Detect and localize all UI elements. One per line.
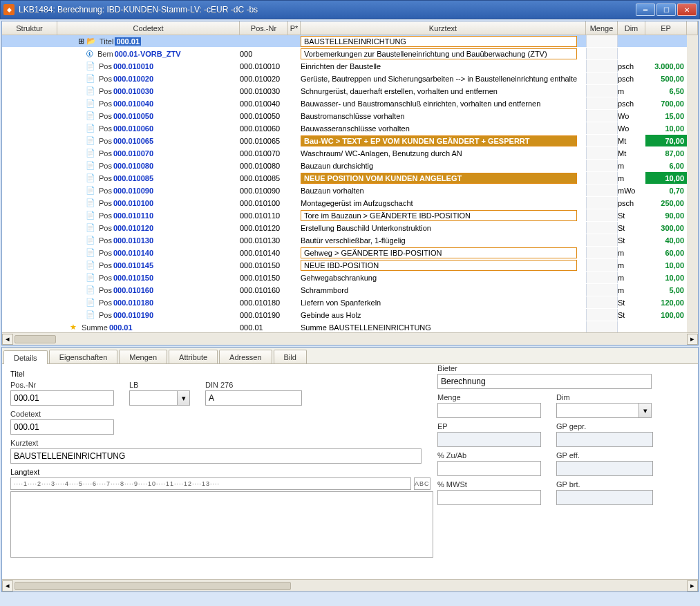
- kurztext-field[interactable]: [10, 448, 422, 464]
- table-row[interactable]: Bem 000.01-VORB_ZTV000Vorbemerkungen zur…: [2, 48, 698, 60]
- row-code-link[interactable]: 000.010110: [113, 211, 153, 220]
- row-code-link[interactable]: 000.010085: [113, 174, 153, 182]
- row-code-link[interactable]: 000.010070: [113, 149, 153, 158]
- scroll-thumb[interactable]: [15, 335, 56, 343]
- close-button[interactable]: ✕: [677, 3, 697, 16]
- dim-field[interactable]: [556, 403, 639, 418]
- table-row[interactable]: Pos 000.010020000.010020Gerüste, Bautrep…: [2, 73, 698, 85]
- spellcheck-button[interactable]: ABC: [414, 477, 431, 490]
- row-code-link[interactable]: 000.010160: [113, 286, 153, 294]
- row-ep: 10,00: [645, 172, 687, 184]
- pmwst-field[interactable]: [437, 490, 541, 505]
- table-row[interactable]: Pos 000.010050000.010050Baustromanschlüs…: [2, 110, 698, 122]
- row-kurztext: Waschraum/ WC-Anlagen, Benutzung durch A…: [301, 147, 586, 159]
- row-code-link[interactable]: 000.010100: [113, 199, 153, 207]
- table-row[interactable]: Pos 000.010080000.010080Bauzaun durchsic…: [2, 160, 698, 172]
- scroll-left-icon[interactable]: ◂: [2, 334, 13, 345]
- codetext-field[interactable]: [10, 419, 114, 435]
- table-row[interactable]: Pos 000.010160000.010160Schrammbordm5,00: [2, 284, 698, 296]
- table-row[interactable]: Pos 000.010100000.010100Montagegerüst im…: [2, 197, 698, 209]
- gpeff-field[interactable]: [556, 461, 653, 476]
- col-p[interactable]: P*: [288, 21, 301, 35]
- table-row[interactable]: Pos 000.010190000.010190Gebinde aus Holz…: [2, 309, 698, 321]
- row-code-link[interactable]: 000.010010: [113, 62, 153, 70]
- tab-attribute[interactable]: Attribute: [169, 350, 218, 363]
- maximize-button[interactable]: ☐: [656, 3, 676, 16]
- row-code-link[interactable]: 000.01: [115, 37, 141, 46]
- row-dim: Wo: [618, 122, 645, 134]
- gpbrt-label: GP brt.: [556, 480, 660, 489]
- row-code-link[interactable]: 000.010190: [113, 311, 153, 319]
- table-row[interactable]: Pos 000.010070000.010070Waschraum/ WC-An…: [2, 147, 698, 160]
- table-row[interactable]: Pos 000.010060000.010060Bauwasseranschlü…: [2, 122, 698, 135]
- pane-horizontal-scrollbar[interactable]: ◂ ▸: [2, 579, 698, 591]
- row-code-link[interactable]: 000.010080: [113, 162, 153, 170]
- table-row[interactable]: Pos 000.010140000.010140Gehweg > GEÄNDER…: [2, 247, 698, 259]
- table-row[interactable]: Pos 000.010010000.010010Einrichten der B…: [2, 60, 698, 73]
- gpgepr-field[interactable]: [556, 432, 653, 447]
- table-row[interactable]: Pos 000.010030000.010030Schnurgerüst, da…: [2, 85, 698, 97]
- row-code-link[interactable]: 000.010050: [113, 112, 153, 120]
- table-row[interactable]: Pos 000.010180000.010180Liefern von Span…: [2, 296, 698, 309]
- tab-bild[interactable]: Bild: [274, 350, 307, 363]
- col-dim[interactable]: Dim: [618, 21, 645, 35]
- grid-vertical-scrollbar[interactable]: [687, 35, 698, 332]
- table-row[interactable]: Pos 000.010090000.010090Bauzaun vorhalte…: [2, 184, 698, 197]
- row-code-link[interactable]: 000.010130: [113, 236, 153, 245]
- col-ep[interactable]: EP: [645, 21, 687, 35]
- row-code-link[interactable]: 000.010060: [113, 124, 153, 133]
- row-posnr: 000.010065: [240, 135, 288, 146]
- col-codetext[interactable]: Codetext: [57, 21, 240, 35]
- row-code-link[interactable]: 000.010090: [113, 187, 153, 195]
- minimize-button[interactable]: ━: [636, 3, 655, 16]
- posnr-field[interactable]: [10, 390, 114, 406]
- col-menge[interactable]: Menge: [586, 21, 618, 35]
- row-code-link[interactable]: 000.010145: [113, 261, 153, 269]
- table-row[interactable]: Pos 000.010130000.010130Bautür verschlie…: [2, 234, 698, 247]
- row-code-link[interactable]: 000.01-VORB_ZTV: [115, 50, 181, 58]
- tab-mengen[interactable]: Mengen: [119, 350, 167, 363]
- bieter-field[interactable]: [437, 374, 652, 389]
- scroll-thumb[interactable]: [15, 582, 291, 590]
- row-code-link[interactable]: 000.01: [109, 323, 133, 332]
- row-code-link[interactable]: 000.010150: [113, 274, 153, 282]
- langtext-editor[interactable]: [10, 491, 433, 558]
- tab-details[interactable]: Details: [3, 350, 48, 364]
- pzuab-field[interactable]: [437, 461, 541, 476]
- lb-field[interactable]: [129, 390, 178, 406]
- dim-dropdown-button[interactable]: ▾: [639, 403, 652, 418]
- table-row[interactable]: Pos 000.010040000.010040Bauwasser- und B…: [2, 97, 698, 110]
- row-code-link[interactable]: 000.010120: [113, 224, 153, 232]
- grid-horizontal-scrollbar[interactable]: ◂ ▸: [2, 332, 698, 345]
- table-row[interactable]: Pos 000.010085000.010085NEUE POSITION VO…: [2, 172, 698, 184]
- col-struktur[interactable]: Struktur: [2, 21, 57, 35]
- menge-field[interactable]: [437, 403, 541, 418]
- table-row[interactable]: Pos 000.010065000.010065Bau-WC > TEXT + …: [2, 135, 698, 147]
- row-code-link[interactable]: 000.010180: [113, 299, 153, 307]
- tab-adressen[interactable]: Adressen: [219, 350, 272, 363]
- row-code-link[interactable]: 000.010030: [113, 87, 153, 95]
- lb-dropdown-button[interactable]: ▾: [178, 390, 190, 406]
- scroll-left-icon[interactable]: ◂: [2, 580, 13, 591]
- row-dim: m: [618, 172, 645, 184]
- col-kurztext[interactable]: Kurztext: [301, 21, 586, 35]
- ep-field[interactable]: [437, 432, 541, 447]
- table-row[interactable]: Pos 000.010120000.010120Erstellung Bausc…: [2, 222, 698, 234]
- expand-icon[interactable]: ⊞: [78, 37, 84, 46]
- scroll-right-icon[interactable]: ▸: [687, 334, 698, 345]
- table-row[interactable]: Pos 000.010110000.010110Tore im Bauzaun …: [2, 209, 698, 222]
- table-row[interactable]: ⊞Titel 000.01BAUSTELLENEINRICHTUNG: [2, 35, 698, 48]
- table-row[interactable]: Pos 000.010145000.010150NEUE IBD-POSITIO…: [2, 259, 698, 272]
- row-code-link[interactable]: 000.010040: [113, 100, 153, 108]
- scroll-right-icon[interactable]: ▸: [687, 580, 698, 591]
- row-code-link[interactable]: 000.010140: [113, 249, 153, 257]
- row-pflag: [288, 73, 301, 84]
- din276-field[interactable]: [205, 390, 302, 406]
- table-row[interactable]: Summe 000.01000.01Summe BAUSTELLENEINRIC…: [2, 321, 698, 332]
- row-code-link[interactable]: 000.010020: [113, 75, 153, 83]
- row-code-link[interactable]: 000.010065: [113, 137, 153, 145]
- table-row[interactable]: Pos 000.010150000.010150Gehwegabschranku…: [2, 272, 698, 284]
- gpbrt-field[interactable]: [556, 490, 653, 505]
- tab-eigenschaften[interactable]: Eigenschaften: [49, 350, 118, 363]
- col-posnr[interactable]: Pos.-Nr: [240, 21, 288, 35]
